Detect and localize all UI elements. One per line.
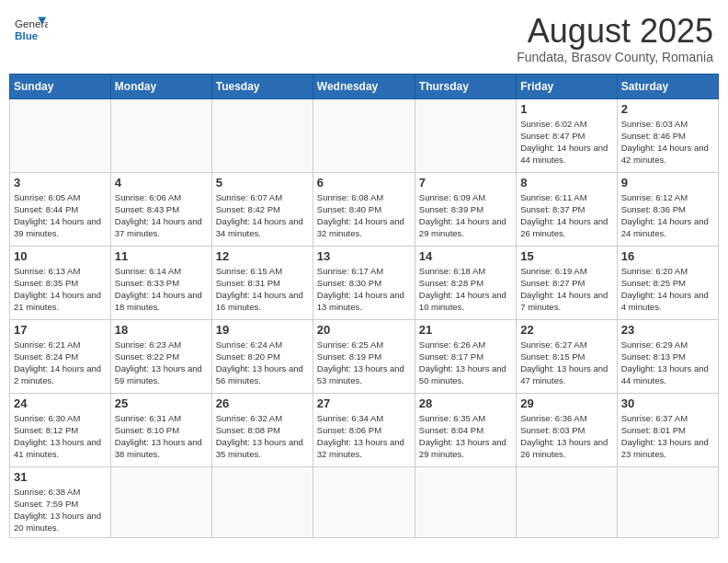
calendar-cell: 28Sunrise: 6:35 AM Sunset: 8:04 PM Dayli… — [415, 393, 516, 466]
calendar-cell — [617, 466, 718, 537]
calendar-cell: 13Sunrise: 6:17 AM Sunset: 8:30 PM Dayli… — [313, 246, 415, 319]
logo: General Blue — [15, 13, 48, 46]
day-info: Sunrise: 6:09 AM Sunset: 8:39 PM Dayligh… — [419, 191, 512, 240]
calendar-week-row: 10Sunrise: 6:13 AM Sunset: 8:35 PM Dayli… — [10, 246, 719, 319]
day-number: 14 — [419, 249, 512, 263]
day-info: Sunrise: 6:19 AM Sunset: 8:27 PM Dayligh… — [520, 265, 612, 314]
day-info: Sunrise: 6:07 AM Sunset: 8:42 PM Dayligh… — [216, 191, 309, 240]
calendar-cell: 30Sunrise: 6:37 AM Sunset: 8:01 PM Dayli… — [617, 393, 718, 466]
day-info: Sunrise: 6:06 AM Sunset: 8:43 PM Dayligh… — [115, 191, 208, 240]
calendar-cell: 26Sunrise: 6:32 AM Sunset: 8:08 PM Dayli… — [211, 393, 313, 466]
calendar-week-row: 3Sunrise: 6:05 AM Sunset: 8:44 PM Daylig… — [10, 172, 719, 246]
calendar-cell: 19Sunrise: 6:24 AM Sunset: 8:20 PM Dayli… — [211, 319, 313, 393]
generalblue-logo-icon: General Blue — [15, 13, 48, 46]
calendar-cell: 15Sunrise: 6:19 AM Sunset: 8:27 PM Dayli… — [517, 246, 617, 319]
day-info: Sunrise: 6:34 AM Sunset: 8:06 PM Dayligh… — [317, 412, 411, 461]
day-info: Sunrise: 6:36 AM Sunset: 8:03 PM Dayligh… — [520, 412, 612, 461]
calendar-week-row: 24Sunrise: 6:30 AM Sunset: 8:12 PM Dayli… — [10, 393, 719, 466]
day-number: 21 — [419, 323, 512, 337]
day-info: Sunrise: 6:20 AM Sunset: 8:25 PM Dayligh… — [621, 265, 714, 314]
calendar-cell: 18Sunrise: 6:23 AM Sunset: 8:22 PM Dayli… — [110, 319, 211, 393]
title-area: August 2025 Fundata, Brasov County, Roma… — [517, 13, 713, 64]
calendar-cell: 7Sunrise: 6:09 AM Sunset: 8:39 PM Daylig… — [415, 172, 516, 246]
calendar-cell: 5Sunrise: 6:07 AM Sunset: 8:42 PM Daylig… — [211, 172, 313, 246]
day-info: Sunrise: 6:23 AM Sunset: 8:22 PM Dayligh… — [115, 339, 208, 387]
day-number: 11 — [115, 249, 208, 263]
day-info: Sunrise: 6:02 AM Sunset: 8:47 PM Dayligh… — [520, 118, 612, 167]
calendar-cell: 6Sunrise: 6:08 AM Sunset: 8:40 PM Daylig… — [313, 172, 415, 246]
day-number: 10 — [14, 249, 107, 263]
weekday-header-friday: Friday — [517, 74, 617, 98]
day-number: 13 — [317, 249, 411, 263]
calendar-cell: 22Sunrise: 6:27 AM Sunset: 8:15 PM Dayli… — [517, 319, 617, 393]
calendar-cell: 10Sunrise: 6:13 AM Sunset: 8:35 PM Dayli… — [10, 246, 111, 319]
weekday-header-sunday: Sunday — [10, 74, 111, 98]
calendar-week-row: 17Sunrise: 6:21 AM Sunset: 8:24 PM Dayli… — [10, 319, 719, 393]
day-number: 23 — [621, 323, 714, 337]
calendar-cell: 9Sunrise: 6:12 AM Sunset: 8:36 PM Daylig… — [617, 172, 718, 246]
day-info: Sunrise: 6:12 AM Sunset: 8:36 PM Dayligh… — [621, 191, 714, 240]
calendar-cell: 2Sunrise: 6:03 AM Sunset: 8:46 PM Daylig… — [617, 98, 718, 172]
day-number: 29 — [520, 396, 612, 410]
day-info: Sunrise: 6:14 AM Sunset: 8:33 PM Dayligh… — [115, 265, 208, 314]
day-info: Sunrise: 6:29 AM Sunset: 8:13 PM Dayligh… — [621, 339, 714, 387]
day-number: 4 — [115, 176, 208, 190]
day-info: Sunrise: 6:03 AM Sunset: 8:46 PM Dayligh… — [621, 118, 714, 167]
calendar-cell: 8Sunrise: 6:11 AM Sunset: 8:37 PM Daylig… — [517, 172, 617, 246]
day-info: Sunrise: 6:30 AM Sunset: 8:12 PM Dayligh… — [14, 412, 107, 461]
calendar-cell: 24Sunrise: 6:30 AM Sunset: 8:12 PM Dayli… — [10, 393, 111, 466]
calendar-cell — [211, 466, 313, 537]
weekday-header-thursday: Thursday — [415, 74, 516, 98]
svg-text:Blue: Blue — [15, 29, 39, 41]
calendar-cell — [415, 466, 516, 537]
calendar-cell: 16Sunrise: 6:20 AM Sunset: 8:25 PM Dayli… — [617, 246, 718, 319]
day-number: 25 — [115, 396, 208, 410]
calendar-cell — [313, 98, 415, 172]
day-number: 9 — [621, 176, 714, 190]
weekday-header-monday: Monday — [110, 74, 211, 98]
day-number: 7 — [419, 176, 512, 190]
day-info: Sunrise: 6:31 AM Sunset: 8:10 PM Dayligh… — [115, 412, 208, 461]
calendar-cell: 25Sunrise: 6:31 AM Sunset: 8:10 PM Dayli… — [110, 393, 211, 466]
day-info: Sunrise: 6:21 AM Sunset: 8:24 PM Dayligh… — [14, 339, 107, 387]
calendar-cell: 14Sunrise: 6:18 AM Sunset: 8:28 PM Dayli… — [415, 246, 516, 319]
day-info: Sunrise: 6:05 AM Sunset: 8:44 PM Dayligh… — [14, 191, 107, 240]
calendar-cell: 20Sunrise: 6:25 AM Sunset: 8:19 PM Dayli… — [313, 319, 415, 393]
calendar-cell — [211, 98, 313, 172]
page-header: General Blue August 2025 Fundata, Brasov… — [9, 9, 719, 68]
day-number: 20 — [317, 323, 411, 337]
weekday-header-saturday: Saturday — [617, 74, 718, 98]
calendar-cell: 29Sunrise: 6:36 AM Sunset: 8:03 PM Dayli… — [517, 393, 617, 466]
calendar-cell — [110, 466, 211, 537]
weekday-header-wednesday: Wednesday — [313, 74, 415, 98]
calendar-week-row: 31Sunrise: 6:38 AM Sunset: 7:59 PM Dayli… — [10, 466, 719, 537]
day-number: 2 — [621, 102, 714, 116]
day-info: Sunrise: 6:27 AM Sunset: 8:15 PM Dayligh… — [520, 339, 612, 387]
calendar-cell: 21Sunrise: 6:26 AM Sunset: 8:17 PM Dayli… — [415, 319, 516, 393]
day-info: Sunrise: 6:13 AM Sunset: 8:35 PM Dayligh… — [14, 265, 107, 314]
day-info: Sunrise: 6:11 AM Sunset: 8:37 PM Dayligh… — [520, 191, 612, 240]
calendar-cell — [313, 466, 415, 537]
calendar-cell — [10, 98, 111, 172]
month-title: August 2025 — [517, 13, 713, 50]
day-info: Sunrise: 6:38 AM Sunset: 7:59 PM Dayligh… — [14, 486, 107, 534]
calendar-cell — [517, 466, 617, 537]
calendar-cell: 12Sunrise: 6:15 AM Sunset: 8:31 PM Dayli… — [211, 246, 313, 319]
day-number: 17 — [14, 323, 107, 337]
calendar-cell: 23Sunrise: 6:29 AM Sunset: 8:13 PM Dayli… — [617, 319, 718, 393]
calendar-cell: 11Sunrise: 6:14 AM Sunset: 8:33 PM Dayli… — [110, 246, 211, 319]
calendar-cell: 27Sunrise: 6:34 AM Sunset: 8:06 PM Dayli… — [313, 393, 415, 466]
day-number: 19 — [216, 323, 309, 337]
day-number: 8 — [520, 176, 612, 190]
calendar-cell: 1Sunrise: 6:02 AM Sunset: 8:47 PM Daylig… — [517, 98, 617, 172]
weekday-header-tuesday: Tuesday — [211, 74, 313, 98]
calendar-cell: 31Sunrise: 6:38 AM Sunset: 7:59 PM Dayli… — [10, 466, 111, 537]
day-number: 5 — [216, 176, 309, 190]
calendar-cell — [415, 98, 516, 172]
day-number: 27 — [317, 396, 411, 410]
day-number: 30 — [621, 396, 714, 410]
day-info: Sunrise: 6:18 AM Sunset: 8:28 PM Dayligh… — [419, 265, 512, 314]
day-number: 12 — [216, 249, 309, 263]
day-number: 18 — [115, 323, 208, 337]
day-number: 16 — [621, 249, 714, 263]
